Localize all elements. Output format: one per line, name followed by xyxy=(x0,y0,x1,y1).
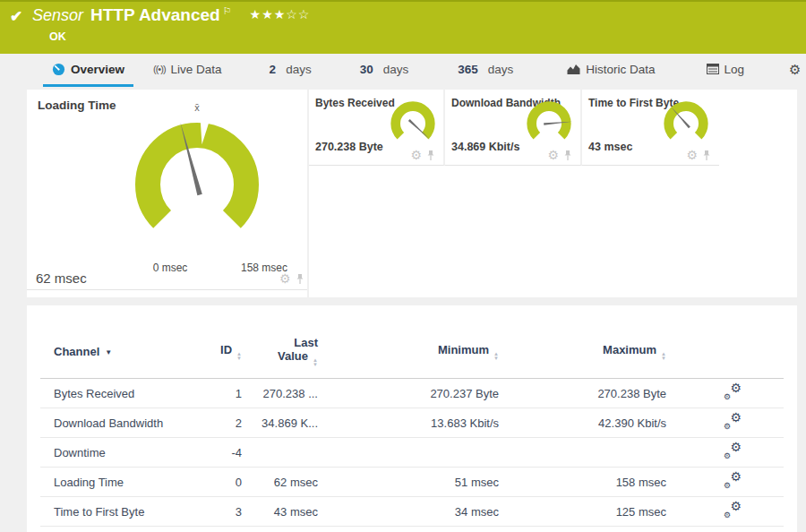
tab-2-days[interactable]: 2days xyxy=(261,54,321,87)
pin-icon[interactable] xyxy=(426,150,435,161)
tab-bar: Overview ((•)) Live Data 2days 30days 36… xyxy=(0,54,806,87)
table-row: Loading Time 0 62 msec 51 msec 158 msec … xyxy=(40,468,784,497)
broadcast-icon: ((•)) xyxy=(153,64,166,74)
channel-id: 3 xyxy=(206,497,242,527)
mini-gauge-bytes-received: Bytes Received 270.238 Byte ⚙ xyxy=(309,90,445,166)
channel-last-value: 34.869 K... xyxy=(242,408,318,438)
mini-gauge-value: 34.869 Kbit/s xyxy=(451,141,519,153)
channel-settings-icon[interactable]: ⚙⚙ xyxy=(724,473,742,488)
channel-id: 2 xyxy=(206,408,242,438)
channel-id: -4 xyxy=(206,438,242,468)
priority-stars[interactable]: ★★★☆☆ xyxy=(250,7,311,21)
tab-live-data[interactable]: ((•)) Live Data xyxy=(144,54,231,87)
channel-maximum: 125 msec xyxy=(499,497,666,527)
column-header-maximum[interactable]: Maximum▲▼ xyxy=(499,305,666,379)
channel-maximum xyxy=(499,438,666,468)
column-header-minimum-label: Minimum xyxy=(438,343,489,356)
area-chart-icon xyxy=(567,64,580,75)
channel-settings-icon[interactable]: ⚙⚙ xyxy=(724,502,742,518)
tab-overview[interactable]: Overview xyxy=(43,54,133,87)
column-header-maximum-label: Maximum xyxy=(603,343,656,356)
column-header-last-value[interactable]: Last Value▲▼ xyxy=(242,305,318,379)
channel-maximum: 42.390 Kbit/s xyxy=(499,408,666,438)
tab-log[interactable]: Log xyxy=(698,54,754,87)
sort-icon[interactable]: ▲▼ xyxy=(313,358,318,367)
channel-minimum: 51 msec xyxy=(318,468,499,497)
pin-icon[interactable] xyxy=(702,150,711,161)
mini-gauge-controls: ⚙ xyxy=(547,149,572,161)
log-list-icon xyxy=(707,64,719,74)
channel-settings-icon[interactable]: ⚙⚙ xyxy=(724,443,742,459)
pin-icon[interactable] xyxy=(296,273,304,285)
gauges-panel: Loading Time x̄ 0 msec 158 msec 62 msec … xyxy=(27,90,797,297)
channel-name: Bytes Received xyxy=(40,379,206,408)
tab-365-days-number: 365 xyxy=(458,63,478,76)
tab-365-days-unit: days xyxy=(488,63,514,76)
channel-last-value xyxy=(242,438,318,468)
channel-last-value: 43 msec xyxy=(242,497,318,527)
main-gauge-controls: ⚙ xyxy=(279,272,304,285)
sort-icon[interactable]: ▲▼ xyxy=(661,352,666,361)
channel-minimum: 34 msec xyxy=(318,497,499,527)
table-row: Bytes Received 1 270.238 ... 270.237 Byt… xyxy=(40,379,784,408)
pin-icon[interactable] xyxy=(563,150,572,161)
column-header-last-label: Last xyxy=(242,336,318,349)
mini-gauge-value: 43 msec xyxy=(588,141,632,153)
sort-desc-icon: ▼ xyxy=(105,348,112,356)
main-gauge-min-label: 0 msec xyxy=(141,262,199,274)
gear-icon: ⚙ xyxy=(789,63,801,76)
tab-30-days-number: 30 xyxy=(360,63,373,76)
channel-gear-icon[interactable]: ⚙ xyxy=(547,149,559,161)
tab-30-days[interactable]: 30days xyxy=(351,54,418,87)
tab-log-label: Log xyxy=(725,63,745,76)
table-header-row: Channel▼ ID▲▼ Last Value▲▼ Minimum▲▼ Max… xyxy=(40,305,784,379)
gauge-icon xyxy=(52,63,65,76)
sort-icon[interactable]: ▲▼ xyxy=(493,352,499,361)
column-header-value-label: Value xyxy=(278,349,308,363)
column-header-channel[interactable]: Channel▼ xyxy=(40,305,206,379)
tab-historic-data[interactable]: Historic Data xyxy=(558,54,664,87)
table-row: Downtime -4 ⚙⚙ xyxy=(40,438,784,468)
mini-gauge-value: 270.238 Byte xyxy=(315,141,383,153)
channel-id: 0 xyxy=(206,468,242,497)
channel-settings-icon[interactable]: ⚙⚙ xyxy=(724,414,742,429)
mini-gauge-controls: ⚙ xyxy=(686,149,711,161)
channel-maximum: 158 msec xyxy=(499,468,666,497)
mini-gauge-title: Bytes Received xyxy=(315,97,395,109)
channel-minimum xyxy=(318,438,499,468)
channel-name: Loading Time xyxy=(40,468,206,497)
divider xyxy=(27,289,307,290)
tab-2-days-number: 2 xyxy=(270,63,277,76)
column-header-channel-label: Channel xyxy=(54,345,99,358)
channel-last-value: 270.238 ... xyxy=(242,379,318,408)
flag-icon[interactable]: ⚐ xyxy=(223,5,232,16)
channel-id: 1 xyxy=(206,379,242,408)
sort-icon[interactable]: ▲▼ xyxy=(236,352,242,361)
tab-30-days-unit: days xyxy=(383,63,409,76)
column-header-actions xyxy=(666,305,784,379)
column-header-id[interactable]: ID▲▼ xyxy=(206,305,242,379)
tab-365-days[interactable]: 365days xyxy=(449,54,522,87)
mini-gauge-controls: ⚙ xyxy=(410,149,435,161)
main-gauge-value: 62 msec xyxy=(36,270,87,286)
tab-settings[interactable]: ⚙ Settings xyxy=(780,54,806,87)
column-header-minimum[interactable]: Minimum▲▼ xyxy=(318,305,499,379)
tab-overview-label: Overview xyxy=(71,63,124,76)
channel-minimum: 270.237 Byte xyxy=(318,379,499,408)
mini-gauge-time-to-first-byte: Time to First Byte 43 msec ⚙ xyxy=(582,90,719,166)
channel-gear-icon[interactable]: ⚙ xyxy=(686,149,698,161)
mini-gauge-download-bandwidth: Download Bandwidth 34.869 Kbit/s ⚙ xyxy=(445,90,582,166)
channel-gear-icon[interactable]: ⚙ xyxy=(279,272,291,285)
time-to-first-byte-gauge xyxy=(660,98,712,150)
bytes-received-gauge xyxy=(387,98,439,150)
download-bandwidth-gauge xyxy=(523,98,575,150)
column-header-id-label: ID xyxy=(220,343,232,356)
channel-last-value: 62 msec xyxy=(242,468,318,497)
status-badge: OK xyxy=(49,30,66,43)
channel-gear-icon[interactable]: ⚙ xyxy=(410,149,422,161)
channel-name: Download Bandwidth xyxy=(40,408,206,438)
channel-settings-icon[interactable]: ⚙⚙ xyxy=(724,384,742,399)
sensor-header: ✔ SensorHTTP Advanced⚐★★★☆☆ OK xyxy=(0,0,806,54)
loading-time-gauge: x̄ xyxy=(107,97,287,267)
channel-name: Time to First Byte xyxy=(40,497,206,527)
